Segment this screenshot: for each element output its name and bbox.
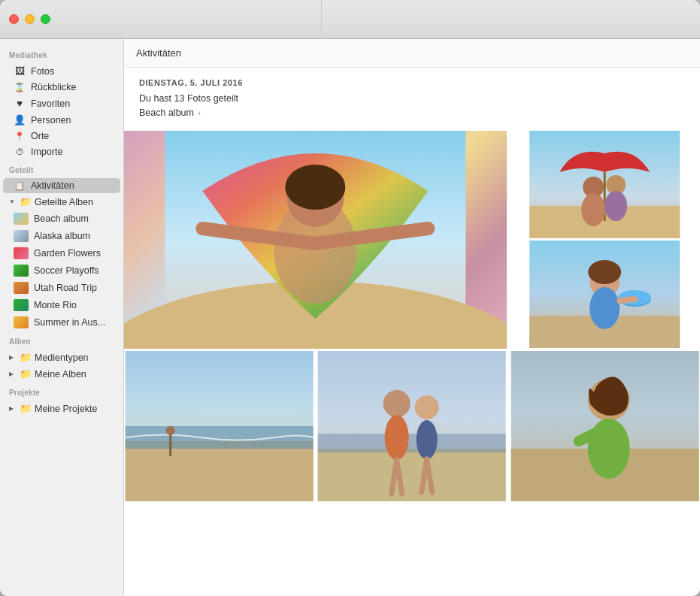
content-area: Aktivitäten DIENSTAG, 5. JULI 2016 Du ha…	[124, 39, 700, 596]
sidebar-label-personen: Personen	[31, 115, 71, 126]
svg-point-16	[588, 260, 621, 284]
sidebar-item-favoriten[interactable]: ♥ Favoriten	[3, 95, 120, 111]
sidebar-label-monte-rio: Monte Rio	[34, 300, 77, 310]
svg-point-12	[605, 191, 627, 221]
sidebar-item-fotos[interactable]: 🖼 Fotos	[3, 63, 120, 79]
sidebar-item-soccer-playoffs[interactable]: Soccer Playoffs	[3, 262, 120, 279]
heart-icon: ♥	[14, 98, 26, 109]
photo-beach-girl-cell[interactable]	[124, 131, 507, 349]
sidebar: Mediathek 🖼 Fotos ⌛ Rückblicke ♥ Favorit…	[0, 39, 124, 596]
folder-medientypen-icon: 📁	[20, 352, 32, 363]
soccer-playoffs-thumb	[14, 265, 29, 277]
beach-album-thumb	[14, 213, 29, 225]
svg-rect-22	[126, 441, 314, 501]
sidebar-label-orte: Orte	[31, 131, 49, 141]
titlebar-divider	[321, 0, 322, 39]
sidebar-label-rueckblicke: Rückblicke	[31, 82, 76, 92]
garden-flowers-thumb	[14, 247, 29, 259]
close-button[interactable]	[9, 14, 19, 24]
photo-couple-umbrella-cell[interactable]	[509, 131, 700, 238]
folder-icon: 📁	[20, 196, 32, 207]
sidebar-label-meine-alben: Meine Alben	[35, 369, 86, 380]
photos-right-column	[509, 131, 700, 349]
geteilt-label: Geteilt	[0, 160, 123, 177]
folder-meine-alben-icon: 📁	[20, 368, 32, 380]
svg-point-33	[415, 395, 439, 419]
content-header: Aktivitäten	[124, 39, 700, 68]
person-icon: 👤	[14, 114, 26, 126]
sidebar-group-meine-projekte[interactable]: ▶ 📁 Meine Projekte	[3, 401, 120, 416]
photos-top-row	[124, 128, 700, 351]
triangle-icon-meine-alben: ▶	[9, 371, 17, 377]
sidebar-label-aktivitaeten: Aktivitäten	[31, 180, 74, 191]
sidebar-label-soccer-playoffs: Soccer Playoffs	[34, 265, 99, 276]
svg-rect-23	[126, 426, 314, 449]
svg-line-20	[620, 299, 635, 301]
svg-point-30	[385, 415, 409, 460]
sidebar-label-alaska-album: Alaska album	[34, 231, 90, 241]
alaska-album-thumb	[14, 230, 29, 242]
memories-icon: ⌛	[14, 83, 26, 92]
photo-girl-green-cell[interactable]	[510, 351, 700, 501]
svg-rect-28	[318, 434, 506, 452]
monte-rio-thumb	[14, 299, 29, 311]
album-link-text: Beach album	[139, 107, 194, 118]
sidebar-item-summer-in-aus[interactable]: Summer in Aus...	[3, 314, 120, 331]
photo-beach-wide-cell[interactable]	[124, 351, 314, 501]
svg-point-10	[581, 193, 605, 226]
photo-beach-girl	[124, 131, 507, 349]
sidebar-label-geteilte-alben: Geteilte Alben	[35, 197, 93, 207]
import-icon: ⏱	[14, 147, 26, 156]
svg-point-29	[383, 390, 411, 417]
sidebar-item-garden-flowers[interactable]: Garden Flowers	[3, 245, 120, 262]
minimize-button[interactable]	[25, 14, 35, 24]
sidebar-item-personen[interactable]: 👤 Personen	[3, 112, 120, 128]
projekte-label: Projekte	[0, 383, 123, 400]
photo-girl-frisbee-cell[interactable]	[509, 241, 700, 348]
sidebar-group-geteilte-alben[interactable]: ▼ 📁 Geteilte Alben	[3, 194, 120, 210]
sidebar-label-medientypen: Medientypen	[35, 352, 89, 363]
main-content: Mediathek 🖼 Fotos ⌛ Rückblicke ♥ Favorit…	[0, 39, 700, 596]
location-icon: 📍	[14, 132, 26, 141]
sidebar-label-garden-flowers: Garden Flowers	[34, 248, 101, 259]
app-window: Mediathek 🖼 Fotos ⌛ Rückblicke ♥ Favorit…	[0, 0, 700, 596]
sidebar-item-alaska-album[interactable]: Alaska album	[3, 228, 120, 244]
utah-road-trip-thumb	[14, 282, 29, 294]
sidebar-group-meine-alben[interactable]: ▶ 📁 Meine Alben	[3, 366, 120, 382]
sidebar-label-importe: Importe	[31, 147, 62, 157]
sidebar-label-summer-in-aus: Summer in Aus...	[34, 317, 105, 328]
activity-description: Du hast 13 Fotos geteilt Beach album ›	[124, 92, 700, 128]
alben-label: Alben	[0, 331, 123, 349]
triangle-icon-medientypen: ▶	[9, 354, 17, 361]
sidebar-item-beach-album[interactable]: Beach album	[3, 210, 120, 227]
summer-in-aus-thumb	[14, 316, 29, 328]
triangle-icon: ▼	[9, 198, 17, 205]
folder-meine-projekte-icon: 📁	[20, 403, 32, 414]
sidebar-item-aktivitaeten[interactable]: 📋 Aktivitäten	[3, 178, 120, 193]
maximize-button[interactable]	[41, 14, 50, 24]
photo-two-kids-cell[interactable]	[317, 351, 507, 501]
activity-icon: 📋	[14, 181, 26, 191]
mediathek-label: Mediathek	[0, 45, 123, 62]
sidebar-item-rueckblicke[interactable]: ⌛ Rückblicke	[3, 80, 120, 95]
sidebar-item-orte[interactable]: 📍 Orte	[3, 129, 120, 144]
sidebar-item-utah-road-trip[interactable]: Utah Road Trip	[3, 280, 120, 296]
triangle-icon-meine-projekte: ▶	[9, 405, 17, 412]
activity-album-link[interactable]: Beach album ›	[139, 107, 201, 118]
sidebar-item-monte-rio[interactable]: Monte Rio	[3, 297, 120, 313]
svg-point-34	[417, 420, 438, 459]
svg-point-17	[589, 287, 620, 329]
svg-rect-27	[318, 449, 506, 501]
content-header-title: Aktivitäten	[136, 47, 181, 59]
photos-icon: 🖼	[14, 65, 26, 77]
sidebar-group-medientypen[interactable]: ▶ 📁 Medientypen	[3, 349, 120, 365]
titlebar	[0, 0, 700, 39]
svg-point-25	[166, 426, 175, 435]
chevron-right-icon: ›	[198, 109, 200, 117]
traffic-lights	[9, 14, 50, 24]
sidebar-label-favoriten: Favoriten	[31, 98, 70, 109]
photos-bottom-row	[124, 351, 700, 501]
sidebar-label-beach-album: Beach album	[34, 213, 89, 224]
sidebar-item-importe[interactable]: ⏱ Importe	[3, 144, 120, 159]
activity-area: DIENSTAG, 5. JULI 2016 Du hast 13 Fotos …	[124, 68, 700, 596]
